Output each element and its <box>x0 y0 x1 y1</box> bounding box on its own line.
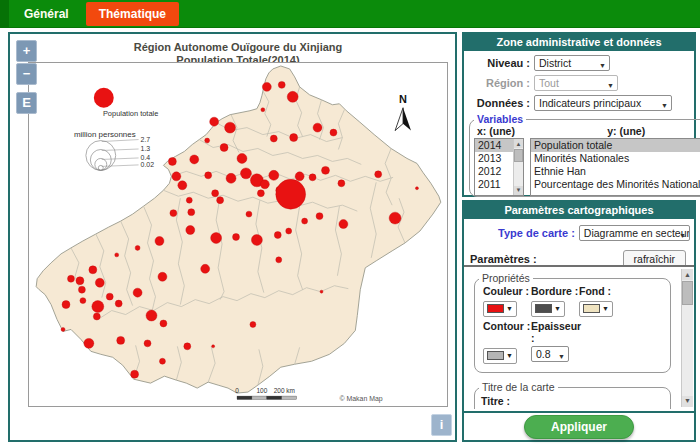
population-circle[interactable] <box>62 301 70 309</box>
population-circle[interactable] <box>184 343 191 350</box>
list-option[interactable]: Pourcentage des Minorités Nationales <box>531 178 700 191</box>
list-option[interactable]: 2014 <box>475 139 513 152</box>
population-circle[interactable] <box>290 134 298 142</box>
map-frame[interactable]: Population totalemillion personnes2.71.3… <box>28 62 448 407</box>
population-circle[interactable] <box>313 123 322 132</box>
population-circle[interactable] <box>67 275 74 282</box>
population-circle[interactable] <box>217 197 224 204</box>
population-circle[interactable] <box>274 232 281 239</box>
population-circle[interactable] <box>135 245 140 250</box>
population-circle[interactable] <box>131 370 139 378</box>
population-circle[interactable] <box>76 277 84 285</box>
list-option[interactable]: 2013 <box>475 152 513 165</box>
donnees-select[interactable]: Indicateurs principaux ▼ <box>534 95 672 111</box>
couleur-color-picker[interactable]: ▼ <box>483 301 517 317</box>
scroll-up-icon[interactable]: ▲ <box>514 139 523 148</box>
extent-button[interactable]: E <box>16 92 37 114</box>
population-circle[interactable] <box>201 264 210 273</box>
population-circle[interactable] <box>287 91 298 102</box>
y-variable-list[interactable]: Population totaleMinorités NationalesEth… <box>530 138 700 196</box>
population-circle[interactable] <box>144 340 151 347</box>
population-circle[interactable] <box>95 278 104 287</box>
population-circle[interactable] <box>338 180 345 187</box>
population-circle[interactable] <box>172 172 181 181</box>
population-circle[interactable] <box>262 82 271 91</box>
x-variable-list[interactable]: 2014201320122011 ▲ ▼ <box>474 138 524 196</box>
population-circle[interactable] <box>322 166 330 174</box>
population-circle[interactable] <box>133 288 142 297</box>
population-circle[interactable] <box>188 209 195 216</box>
population-circle[interactable] <box>205 172 212 179</box>
population-circle[interactable] <box>93 313 100 320</box>
population-circle[interactable] <box>257 190 264 197</box>
population-circle[interactable] <box>210 117 219 126</box>
population-circle[interactable] <box>212 190 219 197</box>
population-circle[interactable] <box>309 174 316 181</box>
tab-thematique[interactable]: Thématique <box>86 2 179 26</box>
scroll-thumb[interactable] <box>682 281 693 305</box>
list-option[interactable]: Population totale <box>531 139 700 152</box>
scroll-down-icon[interactable]: ▼ <box>514 186 523 195</box>
population-circle[interactable] <box>302 218 308 224</box>
population-circle[interactable] <box>316 213 323 220</box>
info-button[interactable]: i <box>431 414 452 436</box>
epaisseur-select[interactable]: 0.8▼ <box>531 346 569 362</box>
population-circle[interactable] <box>78 286 85 293</box>
population-circle[interactable] <box>160 320 167 327</box>
population-circle[interactable] <box>186 197 192 203</box>
population-circle[interactable] <box>237 153 247 163</box>
map-type-select[interactable]: Diagramme en secteurs ▼ <box>579 225 690 241</box>
population-circle[interactable] <box>415 187 418 190</box>
x-list-scrollbar[interactable]: ▲ ▼ <box>513 139 523 195</box>
population-circle[interactable] <box>117 336 125 344</box>
population-circle[interactable] <box>389 212 401 224</box>
population-circle[interactable] <box>186 226 195 235</box>
population-circle[interactable] <box>89 266 97 274</box>
list-option[interactable]: 2011 <box>475 178 513 191</box>
population-circle[interactable] <box>226 173 236 183</box>
population-circle[interactable] <box>339 220 348 229</box>
population-circle[interactable] <box>178 181 187 190</box>
list-option[interactable]: Ethnie Han <box>531 165 700 178</box>
population-circle[interactable] <box>233 234 240 241</box>
population-circle[interactable] <box>240 168 251 179</box>
population-circle[interactable] <box>251 235 262 246</box>
list-option[interactable]: 2012 <box>475 165 513 178</box>
population-circle[interactable] <box>106 293 113 300</box>
population-circle[interactable] <box>295 172 304 181</box>
population-circle[interactable] <box>146 310 157 321</box>
population-circle[interactable] <box>261 108 265 112</box>
population-circle[interactable] <box>159 358 165 364</box>
population-circle[interactable] <box>276 257 282 263</box>
population-circle[interactable] <box>330 129 337 136</box>
population-circle[interactable] <box>61 327 65 331</box>
population-circle[interactable] <box>225 122 236 133</box>
population-circle[interactable] <box>168 157 176 165</box>
tab-general[interactable]: Général <box>24 7 69 21</box>
zoom-out-button[interactable]: − <box>16 63 37 85</box>
population-circle[interactable] <box>211 233 222 244</box>
population-circle[interactable] <box>246 211 252 217</box>
population-circle[interactable] <box>80 298 86 304</box>
population-circle[interactable] <box>270 135 277 142</box>
niveau-select[interactable]: District ▼ <box>534 55 610 71</box>
population-circle[interactable] <box>92 301 104 313</box>
population-circle[interactable] <box>269 170 279 180</box>
fond-color-picker[interactable]: ▼ <box>579 301 613 317</box>
region-select[interactable]: Tout ▼ <box>534 75 618 91</box>
population-circle[interactable] <box>190 155 199 164</box>
population-circle[interactable] <box>212 345 215 348</box>
list-option[interactable]: Minorités Nationales <box>531 152 700 165</box>
population-circle[interactable] <box>115 300 122 307</box>
population-circle[interactable] <box>286 228 292 234</box>
contour-color-picker[interactable]: ▼ <box>483 348 517 364</box>
scroll-thumb[interactable] <box>514 149 523 162</box>
population-circle[interactable] <box>320 290 323 293</box>
bordure-color-picker[interactable]: ▼ <box>531 301 565 317</box>
population-circle[interactable] <box>250 321 256 327</box>
population-circle[interactable] <box>375 171 382 178</box>
population-circle[interactable] <box>205 138 210 143</box>
population-circle[interactable] <box>276 179 306 209</box>
zoom-in-button[interactable]: + <box>16 40 37 62</box>
apply-button[interactable]: Appliquer <box>524 415 634 439</box>
